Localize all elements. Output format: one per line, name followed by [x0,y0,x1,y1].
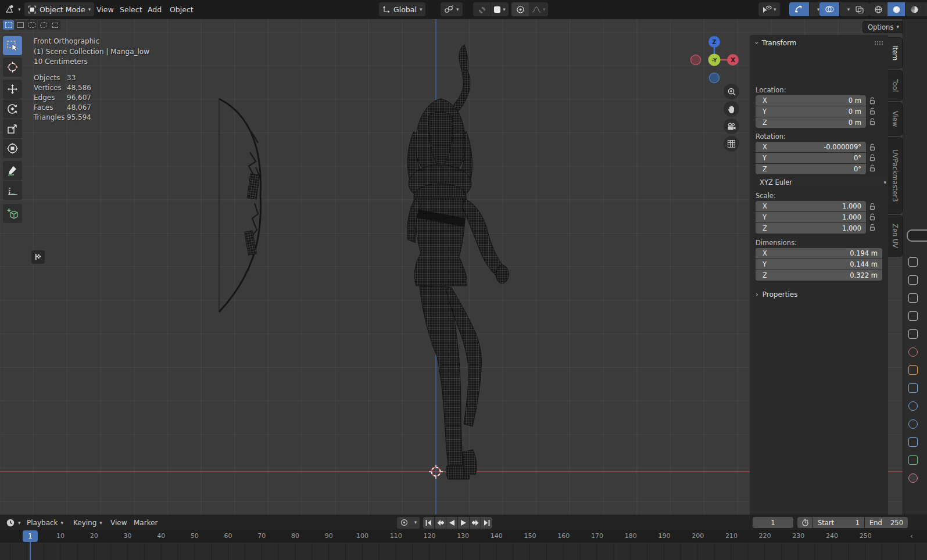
sidebar-tab-view[interactable]: View [888,102,903,136]
auto-keying-toggle[interactable] [397,517,411,529]
overlays-toggle[interactable] [819,2,839,16]
properties-tab-object-data-icon[interactable] [908,455,918,465]
navigation-gizmo[interactable]: Z X -Y [689,34,747,89]
select-box-button[interactable] [15,20,26,30]
select-tweak-button[interactable] [3,20,14,30]
properties-panel-header[interactable]: › Properties [756,290,797,299]
shading-wireframe-button[interactable] [869,2,887,16]
select-intersect-button[interactable] [49,20,60,30]
rotation-x-field[interactable]: X-0.000009° [756,142,866,152]
tool-rotate-button[interactable] [3,99,22,119]
rotation-mode-select[interactable]: XYZ Euler ▾ [756,177,890,188]
sidebar-tab-tool[interactable]: Tool [888,70,903,101]
properties-tab-world-icon[interactable] [908,347,918,357]
properties-tab-physics-icon[interactable] [908,419,918,429]
location-y-field[interactable]: Y0 m [756,106,866,117]
properties-tab-material-icon[interactable] [908,473,918,483]
location-z-lock-icon[interactable] [869,118,876,125]
shading-material-button[interactable] [905,2,923,16]
properties-tab-modifiers-icon[interactable] [908,383,918,393]
shading-rendered-button[interactable] [923,2,927,16]
sidebar-tab-item[interactable]: Item [888,37,903,69]
pan-view-button[interactable] [724,101,739,117]
properties-tab-tool-icon[interactable] [908,257,918,267]
dimensions-y-field[interactable]: Y0.144 m [756,259,882,270]
auto-keying-caret[interactable]: ▾ [411,517,420,529]
previous-keyframe-button[interactable] [435,517,446,529]
location-x-lock-icon[interactable] [869,97,876,105]
snap-toggle[interactable] [473,2,491,16]
pivot-point-select[interactable]: ▾ [441,2,463,16]
properties-tab-constraints-icon[interactable] [908,437,918,447]
properties-tab-view-layer-icon[interactable] [908,311,918,321]
start-frame-field[interactable]: Start 1 [813,517,864,528]
rotation-y-lock-icon[interactable] [869,154,876,161]
tool-cursor-button[interactable] [3,58,22,77]
proportional-falloff-select[interactable]: ▾ [529,2,548,16]
scale-x-lock-icon[interactable] [869,203,876,210]
tool-transform-button[interactable] [3,139,22,158]
jump-to-end-button[interactable] [481,517,492,529]
transform-panel-header[interactable]: › Transform [756,39,797,47]
snap-with-select[interactable]: ▾ [491,2,509,16]
select-circle-button[interactable] [26,20,37,30]
show-gizmo-dropdown[interactable]: ▾ [758,2,780,16]
toggle-perspective-button[interactable] [724,136,739,152]
editor-type-button[interactable]: ▾ [2,2,23,16]
timeline-menu-keying[interactable]: Keying▾ [69,515,107,530]
play-button[interactable] [458,517,469,529]
timeline-menu-view[interactable]: View [106,515,131,530]
camera-view-button[interactable] [724,119,739,134]
end-frame-field[interactable]: End 250 [865,517,908,528]
rotation-z-lock-icon[interactable] [869,164,876,172]
zoom-view-button[interactable] [724,84,739,99]
proportional-edit-toggle[interactable] [511,2,529,16]
properties-tab-particles-icon[interactable] [908,401,918,411]
next-keyframe-button[interactable] [470,517,481,529]
properties-filter-pill[interactable] [907,229,927,242]
tool-measure-button[interactable] [3,181,22,200]
tool-add-cube-button[interactable] [3,204,22,223]
shading-solid-button[interactable] [887,2,905,16]
tool-move-button[interactable] [3,80,22,99]
current-frame-field[interactable]: 1 [753,517,793,528]
location-z-field[interactable]: Z0 m [756,117,866,128]
scale-z-lock-icon[interactable] [869,224,876,231]
play-reverse-button[interactable] [446,517,457,529]
rotation-z-field[interactable]: Z0° [756,164,866,174]
scale-y-lock-icon[interactable] [869,213,876,221]
use-preview-range-toggle[interactable] [797,517,813,528]
xray-toggle[interactable] [850,2,869,16]
timeline-menu-marker[interactable]: Marker [129,515,162,530]
location-y-lock-icon[interactable] [869,107,876,115]
viewport-marker-icon[interactable] [31,250,45,264]
properties-tab-scene-icon[interactable] [908,329,918,339]
sidebar-tab-zen-uv[interactable]: Zen UV [888,215,903,257]
properties-tab-render-icon[interactable] [908,275,918,285]
scale-z-field[interactable]: Z1.000 [756,223,866,234]
gizmo-z-neg-axis[interactable] [710,73,720,83]
tool-select-box-button[interactable] [3,36,22,55]
properties-tab-object-icon[interactable] [908,365,918,375]
current-frame-badge[interactable]: 1 [23,530,38,542]
sidebar-tab-uvpackmaster3[interactable]: UVPackmaster3 [888,137,903,214]
tool-scale-button[interactable] [3,119,22,138]
gizmos-toggle[interactable] [789,2,809,16]
rotation-x-lock-icon[interactable] [869,143,876,151]
panel-grip-icon[interactable] [874,41,883,45]
tool-annotate-button[interactable] [3,161,22,180]
menu-object[interactable]: Object [164,0,199,19]
properties-tab-output-icon[interactable] [908,293,918,303]
select-lasso-button[interactable] [38,20,49,30]
dimensions-z-field[interactable]: Z0.322 m [756,270,882,281]
scale-x-field[interactable]: X1.000 [756,201,866,211]
gizmo-x-neg-axis[interactable] [691,55,701,65]
transform-orientation-select[interactable]: Global ▾ [379,2,425,16]
dimensions-x-field[interactable]: X0.194 m [756,248,882,259]
scale-y-field[interactable]: Y1.000 [756,212,866,222]
mode-selector[interactable]: Object Mode ▾ [24,2,94,16]
timeline-track-area[interactable] [0,543,927,560]
timeline-ruler[interactable]: 1020304050607080901001101201301401501601… [0,530,927,543]
rotation-y-field[interactable]: Y0° [756,153,866,163]
options-dropdown[interactable]: Options ▾ [862,21,904,33]
